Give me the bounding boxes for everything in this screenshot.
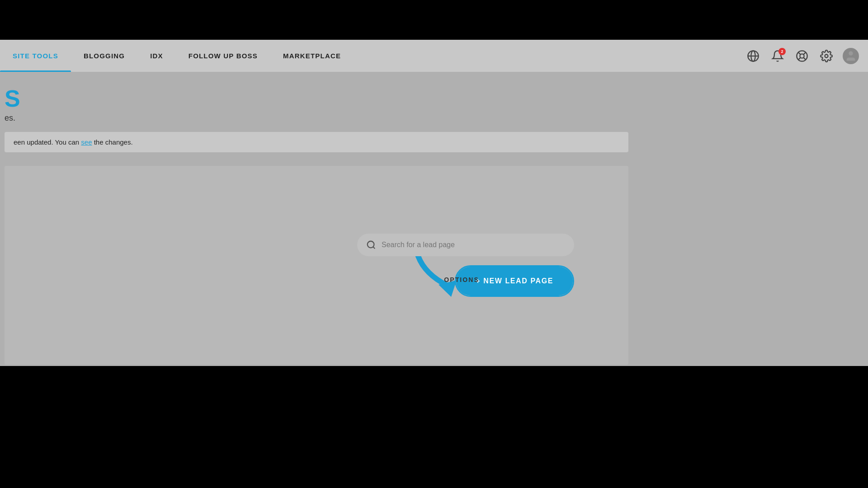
tab-site-tools[interactable]: SITE TOOLS (0, 40, 71, 72)
settings-icon[interactable] (818, 48, 835, 64)
tab-marketplace[interactable]: MARKETPLACE (270, 40, 354, 72)
search-icon (366, 240, 376, 250)
notification-badge: 2 (778, 48, 786, 55)
svg-line-8 (798, 57, 801, 60)
options-label: OPTIONS (444, 276, 479, 283)
svg-line-6 (803, 57, 806, 60)
main-content: S es. een updated. You can see the chang… (0, 72, 868, 488)
search-container (357, 234, 574, 256)
svg-point-12 (368, 241, 374, 248)
notification-link[interactable]: see (81, 138, 92, 146)
content-panel: + NEW LEAD PAGE OPTIONS (5, 166, 628, 365)
bell-icon[interactable]: 2 (769, 48, 786, 64)
help-icon[interactable] (794, 48, 810, 64)
tab-idx[interactable]: IDX (137, 40, 176, 72)
nav-tabs: SITE TOOLS BLOGGING IDX FOLLOW UP BOSS M… (0, 40, 745, 72)
page-subtitle: es. (5, 113, 859, 123)
svg-point-10 (849, 51, 853, 55)
search-input[interactable] (382, 241, 565, 249)
search-box (357, 234, 574, 256)
nav-icons: 2 (745, 48, 868, 64)
nav-bar: SITE TOOLS BLOGGING IDX FOLLOW UP BOSS M… (0, 40, 868, 72)
tab-blogging[interactable]: BLOGGING (71, 40, 137, 72)
svg-point-4 (800, 54, 804, 58)
svg-line-5 (798, 52, 801, 54)
tab-follow-up-boss[interactable]: FOLLOW UP BOSS (176, 40, 270, 72)
top-black-bar (0, 0, 868, 40)
globe-icon[interactable] (745, 48, 761, 64)
svg-line-13 (373, 247, 375, 249)
bottom-black-bar (0, 366, 868, 488)
notification-banner: een updated. You can see the changes. (5, 132, 628, 152)
svg-line-7 (803, 52, 806, 54)
avatar[interactable] (843, 48, 859, 64)
page-title: S (5, 86, 859, 112)
svg-point-9 (825, 54, 828, 57)
